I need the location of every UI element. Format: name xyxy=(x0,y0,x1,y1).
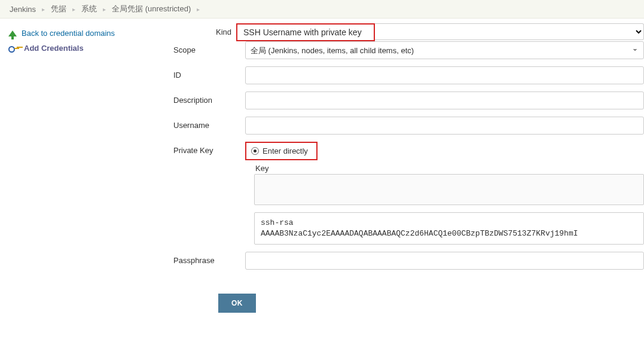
ok-button[interactable]: OK xyxy=(218,294,256,313)
breadcrumb: Jenkins ▸ 凭据 ▸ 系统 ▸ 全局凭据 (unrestricted) … xyxy=(0,0,644,19)
chevron-right-icon: ▸ xyxy=(72,6,75,13)
key-empty-box[interactable] xyxy=(254,174,644,205)
key-label: Key xyxy=(255,164,644,173)
passphrase-input[interactable] xyxy=(245,252,644,270)
sidebar-back-label: Back to credential domains xyxy=(22,29,115,38)
scope-label: Scope xyxy=(173,41,245,54)
key-content-textarea[interactable]: ssh-rsa AAAAB3NzaC1yc2EAAAADAQABAAABAQCz… xyxy=(254,212,644,245)
id-input[interactable] xyxy=(245,66,644,84)
breadcrumb-jenkins[interactable]: Jenkins xyxy=(6,5,39,14)
description-input[interactable] xyxy=(245,91,644,109)
scope-select[interactable]: 全局 (Jenkins, nodes, items, all child ite… xyxy=(245,41,644,59)
sidebar-back[interactable]: Back to credential domains xyxy=(8,26,149,41)
passphrase-label: Passphrase xyxy=(173,252,245,265)
breadcrumb-system[interactable]: 系统 xyxy=(78,4,100,14)
description-label: Description xyxy=(173,91,245,105)
up-arrow-icon xyxy=(8,30,17,36)
enter-directly-radio-highlight: Enter directly xyxy=(245,142,318,160)
chevron-right-icon: ▸ xyxy=(42,6,45,13)
kind-select[interactable] xyxy=(375,23,644,40)
key-icon xyxy=(8,45,19,51)
kind-label: Kind xyxy=(149,23,236,36)
sidebar-add-label: Add Credentials xyxy=(24,44,84,53)
id-label: ID xyxy=(173,66,245,80)
username-label: Username xyxy=(173,117,245,130)
username-input[interactable] xyxy=(245,117,644,135)
radio-checked-icon[interactable] xyxy=(251,147,259,155)
credential-form: Kind SSH Username with private key Scope… xyxy=(149,19,644,313)
chevron-right-icon: ▸ xyxy=(103,6,106,13)
chevron-right-icon: ▸ xyxy=(197,6,200,13)
sidebar-add-credentials[interactable]: Add Credentials xyxy=(8,41,149,56)
sidebar: Back to credential domains Add Credentia… xyxy=(0,19,149,56)
enter-directly-label: Enter directly xyxy=(263,146,308,155)
kind-value-text: SSH Username with private key xyxy=(243,28,362,37)
breadcrumb-credentials[interactable]: 凭据 xyxy=(47,4,70,14)
kind-value-highlight: SSH Username with private key xyxy=(236,23,375,41)
private-key-label: Private Key xyxy=(173,142,245,155)
breadcrumb-global[interactable]: 全局凭据 (unrestricted) xyxy=(108,4,194,14)
